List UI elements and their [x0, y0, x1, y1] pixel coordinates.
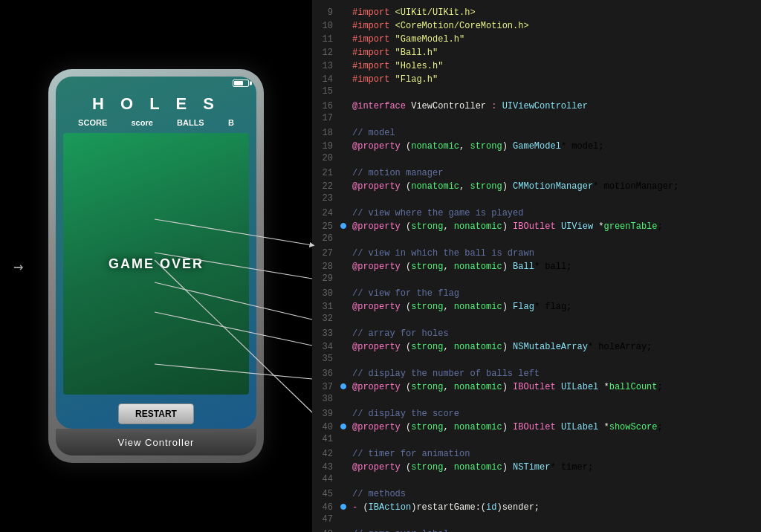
code-line: 20 — [312, 153, 761, 166]
line-code-text: #import "Flag.h" — [348, 73, 438, 86]
line-number: 42 — [312, 449, 339, 459]
line-code-text: // methods — [348, 487, 406, 501]
restart-button[interactable]: RESTART — [118, 403, 194, 424]
line-code-text: @property (strong, nonatomic) IBOutlet U… — [348, 220, 663, 233]
line-number: 44 — [312, 474, 339, 484]
left-panel: → H O L E S SCORE score BALLS B GAME OVE… — [0, 0, 312, 532]
line-number: 23 — [312, 193, 339, 204]
code-line: 9#import <UIKit/UIKit.h> — [312, 6, 761, 19]
code-line: 14#import "Flag.h" — [312, 73, 761, 86]
code-line: 24// view where the game is played — [312, 207, 761, 220]
line-code-text: // display the number of balls left — [348, 367, 540, 380]
arrow-icon: → — [13, 257, 23, 276]
line-code-text: // model — [348, 126, 395, 140]
code-line: 16@interface ViewController : UIViewCont… — [312, 100, 761, 113]
line-number: 45 — [312, 489, 339, 499]
code-line: 26 — [312, 233, 761, 247]
line-number: 39 — [312, 409, 339, 419]
code-line: 31@property (strong, nonatomic) Flag* fl… — [312, 300, 761, 314]
battery-icon — [233, 80, 249, 87]
line-code-text: // view in which the ball is drawn — [348, 247, 534, 260]
line-number: 24 — [312, 208, 339, 218]
line-dot-indicator — [339, 424, 348, 429]
line-dot-indicator — [339, 223, 348, 229]
line-number: 37 — [312, 382, 339, 392]
line-number: 21 — [312, 168, 339, 178]
iphone-mockup: H O L E S SCORE score BALLS B GAME OVER … — [48, 69, 264, 463]
code-line: 40@property (strong, nonatomic) IBOutlet… — [312, 421, 761, 434]
line-code-text: // view for the flag — [348, 287, 459, 300]
code-line: 30// view for the flag — [312, 287, 761, 300]
line-number: 36 — [312, 369, 339, 379]
line-code-text: #import "GameModel.h" — [348, 33, 464, 46]
game-title: H O L E S — [56, 88, 256, 117]
code-line: 29 — [312, 273, 761, 287]
line-number: 33 — [312, 328, 339, 339]
game-area: GAME OVER — [63, 133, 249, 395]
line-code-text: @property (strong, nonatomic) Ball* ball… — [348, 260, 571, 273]
line-number: 12 — [312, 48, 339, 58]
line-number: 40 — [312, 422, 339, 432]
line-number: 29 — [312, 273, 339, 284]
iphone-screen: H O L E S SCORE score BALLS B GAME OVER … — [56, 77, 256, 429]
line-number: 34 — [312, 342, 339, 352]
line-code-text: @interface ViewController : UIViewContro… — [348, 100, 588, 113]
line-code-text: // motion manager — [348, 166, 443, 180]
line-code-text: // game over label — [348, 528, 449, 532]
line-number: 31 — [312, 302, 339, 312]
line-code-text: #import "Ball.h" — [348, 46, 438, 59]
line-number: 48 — [312, 529, 339, 532]
score-label: SCORE — [78, 118, 107, 127]
code-line: 21// motion manager — [312, 166, 761, 180]
code-line: 44 — [312, 474, 761, 487]
line-code-text: // display the score — [348, 407, 459, 421]
line-number: 47 — [312, 514, 339, 525]
line-code-text: @property (nonatomic, strong) GameModel*… — [348, 140, 603, 153]
code-line: 11#import "GameModel.h" — [312, 33, 761, 46]
line-code-text: // array for holes — [348, 327, 449, 340]
line-number: 16 — [312, 101, 339, 111]
code-line: 23 — [312, 193, 761, 207]
line-code-text: @property (strong, nonatomic) IBOutlet U… — [348, 380, 663, 394]
line-code-text: #import <CoreMotion/CoreMotion.h> — [348, 19, 529, 33]
view-controller-label: View Controller — [56, 429, 256, 455]
code-line: 39// display the score — [312, 407, 761, 421]
code-line: 42// timer for animation — [312, 447, 761, 461]
code-line: 27// view in which the ball is drawn — [312, 247, 761, 260]
line-number: 41 — [312, 434, 339, 444]
code-line: 25@property (strong, nonatomic) IBOutlet… — [312, 220, 761, 233]
code-line: 37@property (strong, nonatomic) IBOutlet… — [312, 380, 761, 394]
balls-value: B — [228, 118, 234, 127]
balls-label: BALLS — [177, 118, 204, 127]
code-editor: 9#import <UIKit/UIKit.h>10#import <CoreM… — [312, 0, 761, 532]
game-over-text: GAME OVER — [109, 256, 204, 272]
line-code-text: #import <UIKit/UIKit.h> — [348, 6, 476, 19]
line-code-text: // timer for animation — [348, 447, 470, 461]
line-code-text: #import "Holes.h" — [348, 59, 443, 73]
line-number: 22 — [312, 181, 339, 192]
code-line: 38 — [312, 394, 761, 407]
line-number: 9 — [312, 7, 339, 18]
code-line: 34@property (strong, nonatomic) NSMutabl… — [312, 340, 761, 354]
code-line: 22@property (nonatomic, strong) CMMotion… — [312, 180, 761, 193]
line-code-text: @property (strong, nonatomic) NSTimer* t… — [348, 461, 593, 474]
line-number: 38 — [312, 394, 339, 404]
line-code-text: @property (strong, nonatomic) NSMutableA… — [348, 340, 652, 354]
line-number: 25 — [312, 221, 339, 232]
line-number: 35 — [312, 354, 339, 364]
code-line: 17 — [312, 113, 761, 126]
line-dot-indicator — [339, 383, 348, 389]
code-line: 19@property (nonatomic, strong) GameMode… — [312, 140, 761, 153]
line-number: 14 — [312, 74, 339, 85]
code-line: 15 — [312, 86, 761, 100]
line-number: 19 — [312, 141, 339, 152]
line-code-text: @property (strong, nonatomic) IBOutlet U… — [348, 421, 663, 434]
code-editor-panel: 9#import <UIKit/UIKit.h>10#import <CoreM… — [312, 0, 761, 532]
score-value: score — [131, 118, 152, 127]
code-line: 10#import <CoreMotion/CoreMotion.h> — [312, 19, 761, 33]
code-line: 18// model — [312, 126, 761, 140]
code-line: 12#import "Ball.h" — [312, 46, 761, 59]
line-number: 27 — [312, 248, 339, 259]
code-line: 47 — [312, 514, 761, 528]
code-lines: 9#import <UIKit/UIKit.h>10#import <CoreM… — [312, 0, 761, 532]
